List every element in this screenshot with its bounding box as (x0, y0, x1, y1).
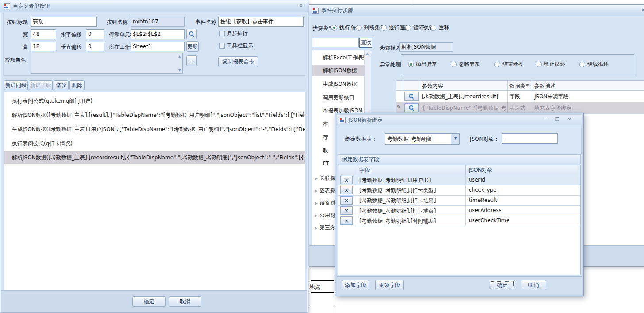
scroll-up-icon[interactable]: ▲ (178, 54, 181, 58)
change-field-button[interactable]: 更改字段 (375, 280, 404, 290)
step-item[interactable]: 存 (323, 134, 328, 141)
close-icon[interactable]: ✕ (297, 3, 305, 9)
lookup-button[interactable] (404, 92, 419, 101)
tree-item-label: 公用对 (320, 212, 335, 218)
list-item[interactable]: 解析JSON数据([考勤数据_主表].[result],{"TableDispN… (4, 109, 305, 121)
btn-name-input[interactable] (131, 17, 185, 27)
param-row[interactable]: [考勤数据_主表].[recordresult] 字段 JSON来源字段 (396, 90, 644, 103)
step-desc-label: 步骤描述 (380, 44, 401, 52)
divider (465, 185, 466, 195)
tree-arrow-icon[interactable]: ▶ (315, 226, 318, 230)
scroll-down-icon[interactable]: ▼ (178, 68, 181, 72)
divider (465, 205, 466, 216)
copy-report-cmd-button[interactable]: 复制报表命令 (218, 56, 258, 67)
radio-comment[interactable]: 注释 (431, 24, 449, 31)
cell-border (311, 280, 334, 281)
dock-cell-input[interactable] (131, 29, 185, 39)
width-input[interactable] (31, 29, 56, 39)
new-child-button[interactable]: 新建子级 (29, 80, 53, 90)
remove-field-button[interactable]: × (340, 176, 353, 184)
lookup-button[interactable] (404, 103, 419, 112)
tree-item[interactable]: ▶ 图表操 (315, 187, 335, 194)
bind-table-dropdown[interactable]: 考勤数据_考勤明细 ▼ (385, 133, 460, 145)
add-field-button[interactable]: 添加字段 (342, 280, 369, 290)
background-top-strip (308, 0, 644, 4)
remove-field-button[interactable]: × (340, 196, 353, 205)
header-divider (532, 81, 532, 90)
param-content-header: 参数内容 (422, 82, 443, 90)
custom-form-titlebar[interactable]: 自定义表单按钮 (0, 0, 308, 12)
update-button[interactable]: 更新 (186, 41, 199, 52)
h-offset-input[interactable] (86, 29, 104, 39)
radio-stop-loop[interactable]: 终止循环 (536, 61, 565, 68)
step-desc-input[interactable] (399, 42, 453, 52)
scroll-up-icon[interactable]: ▲ (366, 52, 369, 56)
close-icon[interactable]: ✕ (639, 7, 644, 14)
tree-arrow-icon[interactable]: ▶ (315, 176, 318, 181)
radio-ignore-exception[interactable]: 忽略异常 (451, 61, 480, 68)
tree-arrow-icon[interactable]: ▶ (315, 189, 318, 193)
role-ellipsis-button[interactable]: ... (186, 55, 197, 66)
bind-row[interactable]: × [考勤数据_考勤明细].[打卡类型] checkType (338, 185, 580, 196)
step-item[interactable]: FT (323, 160, 329, 166)
list-item[interactable]: 执行表间公式(q打卡情况) (4, 137, 305, 150)
radio-continue-loop[interactable]: 继续循环 (579, 61, 609, 68)
delete-button[interactable]: 删除 (69, 80, 85, 90)
step-search-input[interactable] (312, 38, 359, 47)
bind-row[interactable]: × [考勤数据_考勤明细].[用户ID] userId (338, 175, 580, 185)
json-object-input[interactable] (502, 133, 558, 144)
tree-arrow-icon[interactable]: ▶ (315, 213, 318, 218)
window-title: 自定义表单按钮 (13, 2, 50, 10)
cell-picker-button[interactable] (186, 29, 197, 39)
command-list[interactable]: 执行表间公式(qtoken,q部门用户) 解析JSON数据([考勤数据_主表].… (4, 92, 305, 291)
list-item[interactable]: 生成JSON数据([考勤数据_主表].[用户JSON],{"TableDispN… (4, 123, 305, 135)
event-steps-titlebar[interactable]: 事件执行步骤 (309, 5, 644, 16)
dialog-ok-button[interactable]: 确定 (490, 280, 515, 290)
tree-item[interactable]: ▶ 关联操 (315, 174, 335, 182)
minimize-icon[interactable]: — (541, 116, 549, 123)
find-button[interactable]: 查找 (359, 38, 372, 48)
step-item[interactable]: 生成JSON数据 (323, 81, 357, 88)
radio-end-command[interactable]: 结束命令 (494, 61, 524, 68)
bind-row[interactable]: × [考勤数据_考勤明细].[时间辅助] userCheckTime (338, 216, 580, 226)
sheet-input[interactable] (131, 42, 185, 51)
modify-button[interactable]: 修改 (54, 80, 69, 90)
restore-icon[interactable]: ❐ (553, 116, 561, 123)
param-desc-header: 参数描述 (534, 82, 555, 90)
tree-arrow-icon[interactable]: ▶ (315, 201, 318, 205)
cell-divider (403, 90, 403, 102)
bind-row[interactable]: × [考勤数据_考勤明细].[打卡地点] userAddress (338, 205, 580, 216)
radio-throw-exception[interactable]: 抛出异常 (408, 61, 437, 68)
step-item[interactable]: 调用更新接口 (323, 94, 355, 101)
tree-item[interactable]: ▶ 公用对 (315, 212, 335, 219)
radio-icon (356, 25, 362, 31)
event-name-input[interactable] (218, 17, 304, 27)
step-item[interactable]: 本 (323, 120, 328, 128)
remove-field-button[interactable]: × (340, 186, 353, 194)
btn-title-input[interactable] (31, 17, 97, 27)
list-item-selected[interactable]: 解析JSON数据([考勤数据_主表].[recordresult],{"Tabl… (4, 151, 305, 164)
tree-item[interactable]: ▶ 设备对 (315, 199, 335, 207)
param-row-editing[interactable]: ✎ {"TableDispName":"[考勤数据_考勤... 表达式 填充表字… (396, 102, 644, 114)
ok-button[interactable]: 确定 (132, 296, 166, 307)
tree-item[interactable]: ▶ 第三方 (315, 224, 335, 232)
role-textarea[interactable]: ▲ ▼ (31, 53, 183, 74)
chevron-down-icon[interactable]: ▼ (451, 134, 459, 144)
height-input[interactable] (31, 42, 56, 51)
step-item-selected[interactable]: 解析JSON数据 (312, 65, 365, 76)
step-item[interactable]: 取 (323, 147, 328, 155)
cancel-button[interactable]: 取消 (169, 296, 201, 307)
new-sibling-button[interactable]: 新建同级 (4, 80, 28, 90)
dialog-cancel-button[interactable]: 取消 (521, 280, 546, 290)
toolbar-checkbox[interactable] (219, 43, 225, 49)
close-icon[interactable]: ✕ (566, 116, 574, 123)
remove-field-button[interactable]: × (340, 206, 353, 215)
divider (356, 185, 356, 195)
radio-icon (408, 62, 414, 67)
h-offset-label: 水平偏移 (61, 31, 82, 39)
v-offset-input[interactable] (86, 42, 104, 51)
remove-field-button[interactable]: × (340, 216, 353, 225)
bind-row[interactable]: × [考勤数据_考勤明细].[打卡结果] timeResult (338, 195, 580, 206)
async-checkbox[interactable] (219, 31, 225, 36)
list-item[interactable]: 执行表间公式(qtoken,q部门用户) (4, 95, 305, 107)
